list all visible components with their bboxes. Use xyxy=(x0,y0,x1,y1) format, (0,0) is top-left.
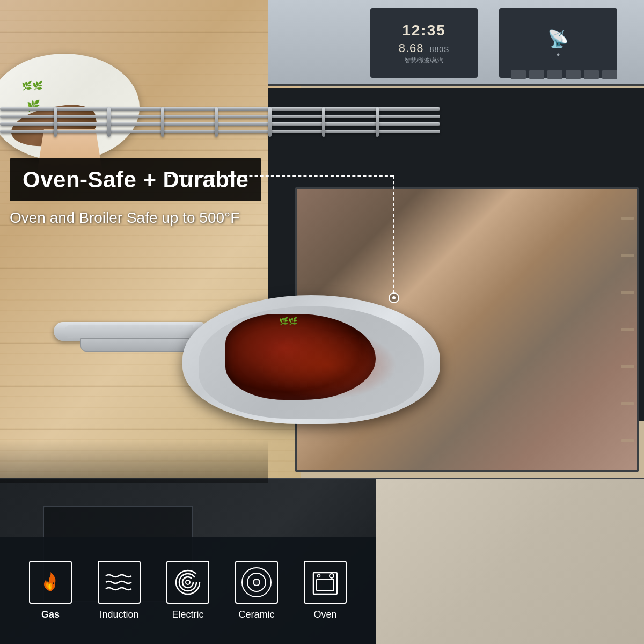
oven-rack-horizontal xyxy=(0,107,402,140)
oven-display-left: 12:35 8.68 880S 智慧/微波/蒸汽 xyxy=(370,8,478,78)
oven-btn-6[interactable] xyxy=(602,70,617,79)
ceramic-label: Ceramic xyxy=(238,609,274,620)
subtitle-text: Oven and Broiler Safe up to 500°F xyxy=(10,209,239,226)
induction-waves-svg xyxy=(105,573,134,592)
pan-interior: 🌿🌿 xyxy=(199,306,424,419)
oven-rack-slots xyxy=(621,189,637,470)
headline-text: Oven-Safe + Durable xyxy=(23,167,248,193)
main-scene: 12:35 8.68 880S 智慧/微波/蒸汽 📡 ● xyxy=(0,0,644,644)
oven-icon-box-wrapper xyxy=(304,561,347,604)
rack-bar-1 xyxy=(0,107,440,111)
rack-slot-1 xyxy=(621,217,634,220)
rack-slot-2 xyxy=(621,254,634,257)
annotation-line-horizontal xyxy=(168,175,393,177)
rack-slot-6 xyxy=(621,402,634,405)
oven-display-label: ● xyxy=(557,51,560,57)
rack-bar-v1 xyxy=(54,107,57,137)
stovetop-right-area xyxy=(376,479,644,644)
meat-garnish: 🌿🌿 xyxy=(279,317,297,325)
rack-bar-v6 xyxy=(322,107,325,137)
ceramic-icon-box xyxy=(235,561,278,604)
rack-bar-v2 xyxy=(107,107,111,137)
oven-btn-5[interactable] xyxy=(584,70,599,79)
rack-bar-4 xyxy=(0,130,440,133)
oven-btn-3[interactable] xyxy=(547,70,562,79)
oven-btn-4[interactable] xyxy=(566,70,581,79)
svg-rect-5 xyxy=(317,579,334,591)
oven-wifi-icon: 📡 xyxy=(547,28,569,49)
rack-slot-3 xyxy=(621,291,634,294)
oven-mode-display: 智慧/微波/蒸汽 xyxy=(405,56,443,64)
oven-btn-1[interactable] xyxy=(511,70,526,79)
meat-sauce xyxy=(258,330,397,400)
rack-bar-v7 xyxy=(376,107,379,137)
oven-label: Oven xyxy=(313,609,336,620)
ceramic-center xyxy=(253,579,260,586)
svg-point-2 xyxy=(182,577,193,588)
rack-bar-v5 xyxy=(268,107,272,137)
gas-label: Gas xyxy=(41,609,60,620)
induction-label: Induction xyxy=(99,609,138,620)
garnish-greens: 🌿🌿 xyxy=(21,80,43,91)
rack-bar-v4 xyxy=(215,107,218,137)
icon-item-ceramic: Ceramic xyxy=(222,561,291,620)
induction-waves xyxy=(105,573,134,592)
gas-flame-svg xyxy=(38,570,63,595)
icon-item-induction: Induction xyxy=(85,561,153,620)
svg-point-7 xyxy=(318,574,320,577)
annotation-line-vertical xyxy=(393,175,394,299)
headline-box: Oven-Safe + Durable xyxy=(10,158,261,201)
oven-time-display: 12:35 xyxy=(402,22,446,39)
ceramic-inner-ring xyxy=(247,573,266,592)
electric-label: Electric xyxy=(172,609,203,620)
oven-icon-svg xyxy=(311,568,339,596)
rack-bar-2 xyxy=(0,115,440,118)
icon-item-electric: Electric xyxy=(153,561,222,620)
induction-icon-box xyxy=(98,561,141,604)
svg-point-6 xyxy=(330,574,334,578)
oven-control-panel: 12:35 8.68 880S 智慧/微波/蒸汽 📡 ● xyxy=(268,0,644,86)
icon-item-oven: Oven xyxy=(291,561,360,620)
rack-slot-4 xyxy=(621,328,634,331)
annotation-dot xyxy=(389,292,399,303)
gas-icon-box xyxy=(29,561,72,604)
meat-in-pan: 🌿🌿 xyxy=(225,314,376,400)
rack-bar-v3 xyxy=(161,107,164,137)
oven-display-right: 📡 ● xyxy=(499,8,617,78)
pan-handle-inner xyxy=(64,325,193,338)
pan-handle-bracket xyxy=(80,338,199,352)
rack-slot-7 xyxy=(621,439,634,442)
oven-btn-2[interactable] xyxy=(529,70,544,79)
electric-icon-box xyxy=(166,561,209,604)
oven-temp-display: 8.68 880S xyxy=(399,41,450,55)
oven-buttons-row xyxy=(511,70,617,79)
svg-point-3 xyxy=(186,580,190,584)
icons-section: Gas Induction xyxy=(0,537,376,644)
ceramic-outer-ring xyxy=(241,567,272,597)
icon-item-gas: Gas xyxy=(16,561,85,620)
rack-slot-5 xyxy=(621,365,634,368)
pan-body: 🌿🌿 xyxy=(182,295,440,424)
rack-bar-3 xyxy=(0,122,440,126)
electric-coil-svg xyxy=(174,568,202,596)
